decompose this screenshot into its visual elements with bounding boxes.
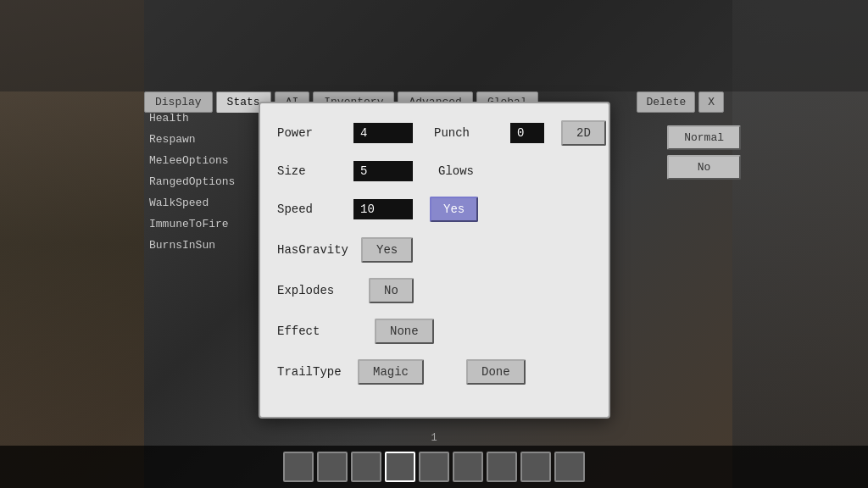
punch-input[interactable]	[510, 123, 544, 143]
2d-button[interactable]: 2D	[561, 120, 606, 146]
no-side-button[interactable]: No	[667, 155, 741, 180]
explodes-label: Explodes	[277, 284, 345, 297]
done-button[interactable]: Done	[466, 359, 526, 385]
trailtype-row: TrailType Magic Done	[277, 359, 592, 385]
sidebar-right: Normal No	[667, 125, 741, 180]
speed-label: Speed	[277, 202, 345, 216]
sidebar-item-respawn[interactable]: Respawn	[144, 130, 254, 149]
bg-top	[0, 0, 868, 92]
sidebar-item-immunetofire[interactable]: ImmuneToFire	[144, 214, 254, 234]
size-label: Size	[277, 164, 345, 178]
bottom-bar	[0, 446, 868, 488]
sidebar: Health Respawn MeleeOptions RangedOption…	[144, 108, 254, 255]
hasgravity-button[interactable]: Yes	[361, 237, 413, 263]
explodes-row: Explodes No	[277, 278, 592, 303]
normal-button[interactable]: Normal	[667, 125, 741, 150]
hotbar-slot-9[interactable]	[554, 452, 585, 482]
hotbar-slot-5[interactable]	[419, 452, 449, 482]
speed-row: Speed Yes	[277, 197, 592, 222]
tab-display[interactable]: Display	[144, 92, 213, 113]
trailtype-button[interactable]: Magic	[358, 359, 424, 385]
punch-label: Punch	[434, 126, 502, 140]
speed-yes-button[interactable]: Yes	[430, 197, 478, 222]
size-input[interactable]	[353, 161, 413, 181]
hotbar-slot-4[interactable]	[385, 452, 415, 482]
effect-button[interactable]: None	[375, 319, 434, 344]
sidebar-item-melee[interactable]: MeleeOptions	[144, 151, 254, 170]
hotbar-slot-1[interactable]	[283, 452, 314, 482]
explodes-button[interactable]: No	[369, 278, 414, 303]
power-row: Power Punch 2D	[277, 120, 592, 146]
hasgravity-label: HasGravity	[277, 243, 348, 257]
hotbar-slot-7[interactable]	[487, 452, 517, 482]
hasgravity-row: HasGravity Yes	[277, 237, 592, 263]
sidebar-item-ranged[interactable]: RangedOptions	[144, 172, 254, 191]
effect-label: Effect	[277, 324, 345, 338]
power-input[interactable]	[353, 123, 413, 143]
delete-button[interactable]: Delete	[637, 92, 695, 113]
power-label: Power	[277, 126, 345, 140]
hotbar-slot-2[interactable]	[317, 452, 348, 482]
dialog-panel: Power Punch 2D Size Glows Speed Yes HasG…	[259, 102, 610, 419]
sidebar-item-burnsinsun[interactable]: BurnsInSun	[144, 236, 254, 255]
sidebar-item-walkspeed[interactable]: WalkSpeed	[144, 193, 254, 213]
close-button[interactable]: X	[698, 92, 724, 113]
size-row: Size Glows	[277, 161, 592, 181]
speed-input[interactable]	[353, 199, 413, 219]
right-buttons: Delete X	[637, 92, 724, 113]
hotbar-slot-8[interactable]	[520, 452, 551, 482]
trailtype-label: TrailType	[277, 365, 345, 379]
effect-row: Effect None	[277, 319, 592, 344]
hotbar-slot-3[interactable]	[351, 452, 381, 482]
hotbar-slot-6[interactable]	[453, 452, 483, 482]
glows-label: Glows	[438, 164, 506, 178]
page-number: 1	[431, 432, 437, 444]
